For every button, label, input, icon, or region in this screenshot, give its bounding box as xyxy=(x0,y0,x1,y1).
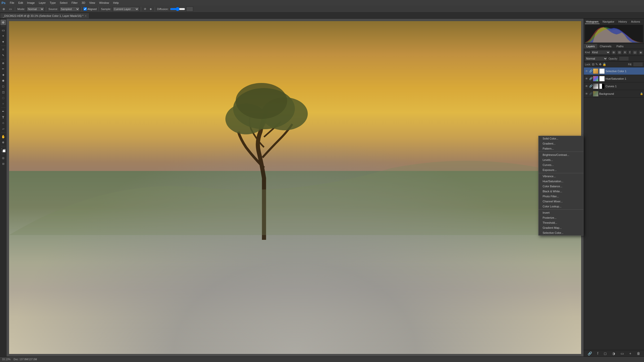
dropdown-color-lookup[interactable]: Color Lookup... xyxy=(539,204,583,209)
clone-source-button[interactable]: ◈ xyxy=(148,6,153,12)
dropdown-vibrance[interactable]: Vibrance... xyxy=(539,174,583,179)
menu-select[interactable]: Select xyxy=(58,1,69,5)
navigator-tab[interactable]: Navigator xyxy=(601,20,615,24)
layer-item-background[interactable]: 👁 🔗 Background 🔒 xyxy=(584,90,644,98)
layer-filter-effect[interactable]: f xyxy=(628,50,631,54)
menu-type[interactable]: Type xyxy=(48,1,58,5)
layer-filter-name[interactable]: A xyxy=(623,50,627,54)
dropdown-invert[interactable]: Invert xyxy=(539,210,583,215)
pen-tool[interactable]: ✒ xyxy=(1,109,6,114)
dropdown-channel-mixer[interactable]: Channel Mixer... xyxy=(539,199,583,204)
new-group-button[interactable]: ▭ xyxy=(621,351,624,355)
layer-filter-attr[interactable]: ◈ xyxy=(638,50,643,55)
link-layers-button[interactable]: 🔗 xyxy=(588,351,592,355)
brush-preset-button[interactable]: ▭ xyxy=(8,6,13,12)
aligned-checkbox[interactable] xyxy=(84,7,87,11)
mode-select[interactable]: Normal xyxy=(27,7,44,12)
lock-transparent-button[interactable]: ⊟ xyxy=(592,63,594,66)
clone-stamp-button[interactable]: ⊕ xyxy=(1,6,7,12)
layers-filter-select[interactable]: Kind xyxy=(591,50,610,55)
sample-select[interactable]: Current Layer All Layers xyxy=(113,7,139,12)
layer-eye-curves[interactable]: 👁 xyxy=(585,84,588,88)
eyedropper-tool[interactable]: ✎ xyxy=(1,53,6,58)
menu-edit[interactable]: Edit xyxy=(17,1,25,5)
menu-3d[interactable]: 3D xyxy=(80,1,87,5)
layer-eye-hue[interactable]: 👁 xyxy=(585,77,588,80)
lasso-tool[interactable]: ⌖ xyxy=(1,33,6,39)
lock-position-button[interactable]: ✥ xyxy=(599,63,601,66)
text-tool[interactable]: T xyxy=(1,114,6,120)
dropdown-gradient-map[interactable]: Gradient Map... xyxy=(539,225,583,230)
dropdown-selective-color[interactable]: Selective Color... xyxy=(539,230,583,235)
dropdown-levels[interactable]: Levels... xyxy=(539,157,583,162)
dropdown-brightness-contrast[interactable]: Brightness/Contrast... xyxy=(539,152,583,157)
brush-tool[interactable]: ✏ xyxy=(1,66,6,72)
lock-all-button[interactable]: 🔒 xyxy=(602,63,606,66)
menu-image[interactable]: Image xyxy=(25,1,37,5)
screen-mode-button[interactable]: ⊟ xyxy=(1,161,6,166)
history-tab[interactable]: History xyxy=(617,20,628,24)
channels-tab[interactable]: Channels xyxy=(597,44,614,49)
layer-eye-background[interactable]: 👁 xyxy=(585,92,588,96)
dropdown-threshold[interactable]: Threshold... xyxy=(539,220,583,225)
dropdown-curves[interactable]: Curves... xyxy=(539,162,583,167)
zoom-tool[interactable]: ⊕ xyxy=(1,140,6,145)
fill-input[interactable]: 100% xyxy=(633,62,643,67)
filter-toggle-button[interactable]: ⊕ xyxy=(611,50,616,55)
spot-healing-tool[interactable]: ⊕ xyxy=(1,60,6,66)
dropdown-posterize[interactable]: Posterize... xyxy=(539,215,583,220)
layer-item-curves[interactable]: 👁 🔗 Curves 1 xyxy=(584,82,644,90)
menu-layer[interactable]: Layer xyxy=(37,1,48,5)
layer-item-hue-saturation[interactable]: 👁 🔗 Hue/Saturation 1 xyxy=(584,75,644,82)
add-style-button[interactable]: f xyxy=(597,351,598,355)
history-brush-tool[interactable]: ◉ xyxy=(1,78,6,83)
diffusion-slider[interactable] xyxy=(170,7,185,11)
lock-image-button[interactable]: ✎ xyxy=(595,63,598,66)
dropdown-black-white[interactable]: Black & White... xyxy=(539,189,583,194)
blur-tool[interactable]: ◌ xyxy=(1,95,6,101)
source-select[interactable]: Sampled Pattern xyxy=(60,7,80,12)
quick-select-tool[interactable]: ✦ xyxy=(1,39,6,44)
dropdown-hue-saturation[interactable]: Hue/Saturation... xyxy=(539,179,583,184)
menu-filter[interactable]: Filter xyxy=(70,1,79,5)
menu-help[interactable]: Help xyxy=(111,1,120,5)
dropdown-gradient[interactable]: Gradient... xyxy=(539,141,583,146)
layer-chain-background[interactable]: 🔗 xyxy=(589,92,592,95)
dodge-tool[interactable]: ○ xyxy=(1,101,6,106)
diffusion-value[interactable]: 4 xyxy=(186,7,193,12)
menu-window[interactable]: Window xyxy=(97,1,111,5)
shape-tool[interactable]: ▱ xyxy=(1,126,6,131)
actions-tab[interactable]: Actions xyxy=(630,20,641,24)
hand-tool[interactable]: ✋ xyxy=(1,134,6,139)
path-select-tool[interactable]: ⊹ xyxy=(1,120,6,126)
rect-select-tool[interactable]: ▭ xyxy=(1,27,6,33)
layer-icons-toggle[interactable]: ⊟ xyxy=(617,50,622,55)
new-layer-button[interactable]: + xyxy=(629,351,631,355)
ignore-adjustment-button[interactable]: ⊘ xyxy=(143,6,147,12)
opacity-input[interactable]: 100% xyxy=(619,56,629,61)
dropdown-solid-color[interactable]: Solid Color... xyxy=(539,136,583,141)
dropdown-pattern[interactable]: Pattern... xyxy=(539,146,583,151)
layer-chain-hue[interactable]: 🔗 xyxy=(589,77,592,80)
layer-chain-curves[interactable]: 🔗 xyxy=(589,84,592,88)
dropdown-color-balance[interactable]: Color Balance... xyxy=(539,184,583,189)
blend-mode-select[interactable]: Normal xyxy=(585,56,608,61)
delete-layer-button[interactable]: 🗑 xyxy=(637,351,640,355)
layers-tab[interactable]: Layers xyxy=(584,44,597,49)
document-tab[interactable]: _DSC8622-HDR.tif @ 33.1% (Selective Colo… xyxy=(0,13,89,18)
layer-item-selective-color[interactable]: 👁 🔗 Selective Color 1 xyxy=(584,67,644,75)
gradient-tool[interactable]: ◫ xyxy=(1,89,6,95)
tab-close-button[interactable]: × xyxy=(85,14,87,17)
layer-chain-selective[interactable]: 🔗 xyxy=(589,69,592,73)
move-tool[interactable]: ✥ xyxy=(1,20,6,25)
menu-file[interactable]: File xyxy=(8,1,16,5)
eraser-tool[interactable]: ◻ xyxy=(1,83,6,89)
layer-eye-selective[interactable]: 👁 xyxy=(585,69,588,73)
add-mask-button[interactable]: ◻ xyxy=(604,351,607,355)
new-fill-adjustment-button[interactable]: ◑ xyxy=(612,351,615,355)
histogram-tab[interactable]: Histogram xyxy=(585,20,599,24)
layer-filter-mode[interactable]: ◎ xyxy=(632,50,637,55)
clone-stamp-tool[interactable]: ◈ xyxy=(1,72,6,77)
foreground-background-color[interactable] xyxy=(1,147,6,153)
quick-mask-tool[interactable]: ◎ xyxy=(1,155,6,161)
